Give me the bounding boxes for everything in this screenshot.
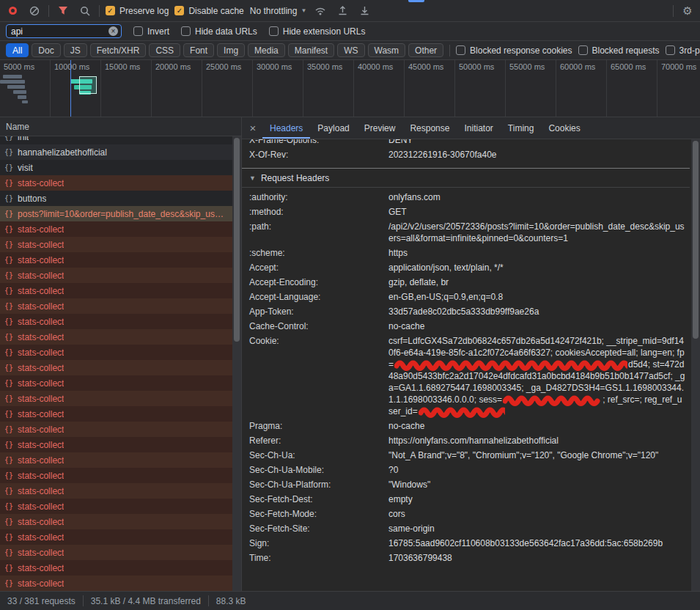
header-row: Time:1703636799438 <box>242 551 690 565</box>
request-row[interactable]: {}visit <box>0 160 232 175</box>
request-row[interactable]: {}stats-collect <box>0 360 232 375</box>
type-filter-ws[interactable]: WS <box>337 43 364 57</box>
clear-button[interactable] <box>26 3 43 19</box>
header-value: https://onlyfans.com/hannahelizabethoffi… <box>388 435 690 447</box>
tab-headers[interactable]: Headers <box>262 117 310 139</box>
preserve-log-checkbox[interactable]: ✓ Preserve log <box>106 6 169 16</box>
tab-initiator[interactable]: Initiator <box>457 117 500 139</box>
request-row[interactable]: {}stats-collect <box>0 422 232 437</box>
type-filter-manifest[interactable]: Manifest <box>288 43 334 57</box>
request-row[interactable]: {}stats-collect <box>0 514 232 529</box>
scrollbar-thumb[interactable] <box>234 138 240 342</box>
invert-checkbox[interactable]: Invert <box>133 26 169 37</box>
filter-input[interactable] <box>11 26 108 37</box>
request-name: stats-collect <box>18 286 64 296</box>
request-row[interactable]: {}stats-collect <box>0 237 232 252</box>
tab-cookies[interactable]: Cookies <box>541 117 587 139</box>
third-party-requests-checkbox[interactable]: 3rd-party requests <box>666 45 700 56</box>
script-icon: {} <box>4 148 13 156</box>
request-row[interactable]: {}stats-collect <box>0 468 232 483</box>
type-filter-wasm[interactable]: Wasm <box>368 43 406 57</box>
clear-filter-icon[interactable]: × <box>108 26 118 36</box>
script-icon: {} <box>4 317 13 326</box>
type-filter-media[interactable]: Media <box>248 43 285 57</box>
request-row[interactable]: {}stats-collect <box>0 345 232 360</box>
request-row[interactable]: {}hannahelizabethofficial <box>0 144 232 160</box>
name-column-header[interactable]: Name <box>0 117 241 136</box>
close-details-button[interactable]: × <box>243 122 262 134</box>
request-row[interactable]: {}stats-collect <box>0 483 232 499</box>
request-row[interactable]: {}posts?limit=10&order=publish_date_desc… <box>0 206 232 221</box>
settings-button[interactable]: ⚙ <box>679 3 696 19</box>
script-icon: {} <box>4 487 13 495</box>
hide-data-urls-checkbox[interactable]: Hide data URLs <box>181 26 257 37</box>
tab-preview[interactable]: Preview <box>357 117 403 139</box>
request-name: stats-collect <box>18 348 64 358</box>
name-column-label: Name <box>6 122 29 132</box>
tab-response[interactable]: Response <box>402 117 457 139</box>
tab-payload[interactable]: Payload <box>310 117 356 139</box>
request-row[interactable]: {}stats-collect <box>0 545 232 560</box>
disable-cache-checkbox[interactable]: ✓ Disable cache <box>174 6 243 16</box>
filter-input-box[interactable]: × <box>6 24 122 38</box>
search-button[interactable] <box>77 3 93 19</box>
type-filter-chips: AllDocJSFetch/XHRCSSFontImgMediaManifest… <box>6 43 443 57</box>
scrollbar-thumb[interactable] <box>693 141 699 339</box>
type-filter-other[interactable]: Other <box>408 43 443 57</box>
type-filter-fetchxhr[interactable]: Fetch/XHR <box>90 43 147 57</box>
header-value: gzip, deflate, br <box>388 276 690 288</box>
header-value: 1703636799438 <box>388 552 690 564</box>
request-row[interactable]: {}stats-collect <box>0 298 232 314</box>
header-row: App-Token:33d57ade8c02dbc5a333db99ff9ae2… <box>242 304 690 319</box>
request-row[interactable]: {}stats-collect <box>0 221 232 237</box>
request-name: stats-collect <box>18 240 64 250</box>
header-row: Sec-Ch-Ua-Platform:"Windows" <box>242 477 690 492</box>
request-row[interactable]: {}stats-collect <box>0 406 232 422</box>
request-row[interactable]: {}stats-collect <box>0 329 232 345</box>
header-value: 16785:5aad9602cf110608b03133de563642fac1… <box>388 537 690 549</box>
type-filter-css[interactable]: CSS <box>149 43 180 57</box>
export-har-button[interactable] <box>356 3 372 19</box>
request-row[interactable]: {}stats-collect <box>0 391 232 406</box>
request-row[interactable]: {}stats-collect <box>0 175 232 191</box>
type-filter-all[interactable]: All <box>6 43 29 57</box>
request-row[interactable]: {}stats-collect <box>0 452 232 468</box>
timeline-overview[interactable]: 5000 ms10000 ms15000 ms20000 ms25000 ms3… <box>0 60 700 117</box>
request-row[interactable]: {}init <box>0 136 232 144</box>
close-icon: × <box>250 122 257 134</box>
headers-scrollbar[interactable] <box>691 139 700 591</box>
request-row[interactable]: {}stats-collect <box>0 529 232 545</box>
header-row: Cookie:csrf=LdfcGX4Sa72db06824c657db26a5… <box>242 334 690 419</box>
header-value: empty <box>388 493 690 505</box>
tab-timing[interactable]: Timing <box>501 117 542 139</box>
throttling-dropdown[interactable]: No throttling ▼ <box>250 6 307 16</box>
request-row[interactable]: {}stats-collect <box>0 314 232 329</box>
request-row[interactable]: {}stats-collect <box>0 499 232 514</box>
header-value: https <box>388 247 690 259</box>
header-row: Sec-Ch-Ua:"Not_A Brand";v="8", "Chromium… <box>242 448 690 463</box>
request-row[interactable]: {}stats-collect <box>0 252 232 268</box>
type-filter-doc[interactable]: Doc <box>32 43 60 57</box>
request-list-scrollbar[interactable] <box>232 136 241 591</box>
type-filter-img[interactable]: Img <box>217 43 245 57</box>
request-row[interactable]: {}stats-collect <box>0 283 232 298</box>
request-headers-section-header[interactable]: ▼ Request Headers <box>242 168 690 188</box>
request-name: stats-collect <box>18 425 64 435</box>
record-button[interactable] <box>4 3 21 19</box>
blocked-requests-checkbox[interactable]: Blocked requests <box>578 45 660 56</box>
header-row: Sec-Fetch-Site:same-origin <box>242 521 690 536</box>
network-conditions-button[interactable] <box>312 3 328 19</box>
request-name: stats-collect <box>18 378 64 389</box>
import-har-button[interactable] <box>334 3 350 19</box>
request-row[interactable]: {}stats-collect <box>0 437 232 452</box>
blocked-response-cookies-checkbox[interactable]: Blocked response cookies <box>456 45 572 56</box>
hide-extension-urls-checkbox[interactable]: Hide extension URLs <box>269 26 366 37</box>
request-row[interactable]: {}stats-collect <box>0 560 232 576</box>
type-filter-font[interactable]: Font <box>183 43 214 57</box>
type-filter-js[interactable]: JS <box>64 43 87 57</box>
request-row[interactable]: {}stats-collect <box>0 268 232 283</box>
filter-button[interactable] <box>55 3 71 19</box>
request-row[interactable]: {}stats-collect <box>0 375 232 391</box>
request-row[interactable]: {}stats-collect <box>0 576 232 591</box>
request-row[interactable]: {}buttons <box>0 191 232 206</box>
